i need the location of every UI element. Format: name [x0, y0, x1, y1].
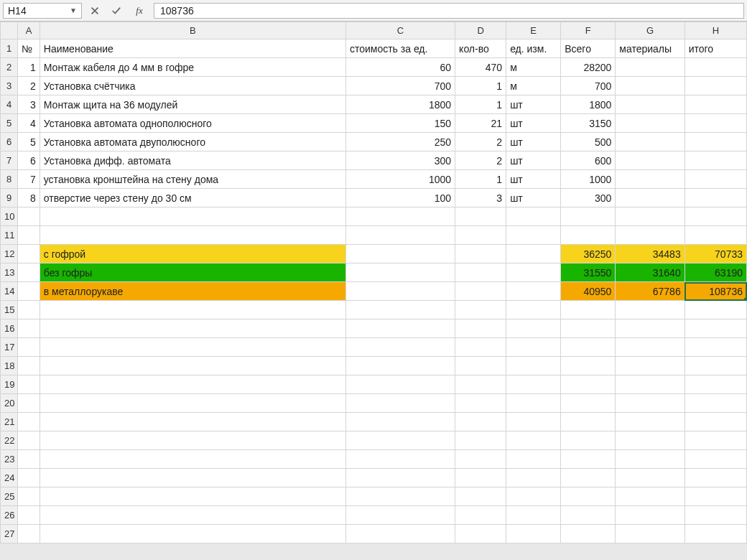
- cell-A-11[interactable]: [18, 226, 40, 245]
- row-header-24[interactable]: 24: [1, 469, 18, 487]
- cell-D-26[interactable]: [455, 506, 506, 525]
- cell-E-23[interactable]: [506, 450, 561, 469]
- cell-C-1[interactable]: стоимость за ед.: [345, 39, 455, 58]
- row-header-10[interactable]: 10: [1, 207, 18, 226]
- cell-E-18[interactable]: [506, 357, 561, 375]
- cell-H-4[interactable]: [685, 95, 746, 114]
- cell-H-8[interactable]: [685, 170, 746, 189]
- cell-A-21[interactable]: [18, 413, 40, 431]
- cell-E-4[interactable]: шт: [506, 95, 561, 114]
- cell-A-12[interactable]: [18, 245, 40, 263]
- cell-B-10[interactable]: [40, 207, 345, 226]
- cell-B-17[interactable]: [40, 338, 345, 357]
- cell-B-5[interactable]: Установка автомата однополюсного: [40, 114, 345, 133]
- cell-F-22[interactable]: [561, 431, 616, 450]
- cell-B-26[interactable]: [40, 506, 345, 525]
- cell-A-17[interactable]: [18, 338, 40, 357]
- row-header-12[interactable]: 12: [1, 245, 18, 263]
- row-header-2[interactable]: 2: [1, 58, 18, 77]
- cell-H-18[interactable]: [685, 357, 746, 375]
- cell-G-2[interactable]: [616, 58, 685, 77]
- cell-F-5[interactable]: 3150: [561, 114, 616, 133]
- cell-H-9[interactable]: [685, 189, 746, 207]
- name-box[interactable]: H14 ▼: [3, 3, 82, 19]
- cell-E-22[interactable]: [506, 431, 561, 450]
- cell-D-11[interactable]: [455, 226, 506, 245]
- col-header-H[interactable]: H: [685, 22, 746, 39]
- cell-D-2[interactable]: 470: [455, 58, 506, 77]
- row-header-8[interactable]: 8: [1, 170, 18, 189]
- cell-A-13[interactable]: [18, 263, 40, 282]
- cell-B-20[interactable]: [40, 394, 345, 413]
- cell-A-2[interactable]: 1: [18, 58, 40, 77]
- cell-B-4[interactable]: Монтаж щита на 36 модулей: [40, 95, 345, 114]
- row-header-6[interactable]: 6: [1, 133, 18, 151]
- cell-C-15[interactable]: [345, 301, 455, 319]
- cell-G-22[interactable]: [616, 431, 685, 450]
- cell-F-20[interactable]: [561, 394, 616, 413]
- cell-A-1[interactable]: №: [18, 39, 40, 58]
- cell-C-26[interactable]: [345, 506, 455, 525]
- cell-B-25[interactable]: [40, 487, 345, 506]
- cell-G-17[interactable]: [616, 338, 685, 357]
- cell-B-24[interactable]: [40, 469, 345, 487]
- cell-C-13[interactable]: [345, 263, 455, 282]
- cell-B-3[interactable]: Установка счётчика: [40, 77, 345, 95]
- cell-E-19[interactable]: [506, 375, 561, 394]
- cell-C-23[interactable]: [345, 450, 455, 469]
- cell-E-21[interactable]: [506, 413, 561, 431]
- cell-H-5[interactable]: [685, 114, 746, 133]
- cell-B-13[interactable]: без гофры: [40, 263, 345, 282]
- cell-F-15[interactable]: [561, 301, 616, 319]
- cell-H-10[interactable]: [685, 207, 746, 226]
- cancel-button[interactable]: [86, 3, 103, 19]
- cell-E-13[interactable]: [506, 263, 561, 282]
- cell-F-7[interactable]: 600: [561, 151, 616, 170]
- cell-B-1[interactable]: Наименование: [40, 39, 345, 58]
- cell-C-16[interactable]: [345, 319, 455, 338]
- cell-A-3[interactable]: 2: [18, 77, 40, 95]
- cell-A-14[interactable]: [18, 282, 40, 301]
- cell-D-14[interactable]: [455, 282, 506, 301]
- cell-H-26[interactable]: [685, 506, 746, 525]
- cell-G-23[interactable]: [616, 450, 685, 469]
- col-header-F[interactable]: F: [561, 22, 616, 39]
- cell-E-10[interactable]: [506, 207, 561, 226]
- cell-D-23[interactable]: [455, 450, 506, 469]
- cell-F-25[interactable]: [561, 487, 616, 506]
- cell-C-18[interactable]: [345, 357, 455, 375]
- cell-A-5[interactable]: 4: [18, 114, 40, 133]
- cell-G-13[interactable]: 31640: [616, 263, 685, 282]
- cell-D-6[interactable]: 2: [455, 133, 506, 151]
- cell-G-11[interactable]: [616, 226, 685, 245]
- cell-C-2[interactable]: 60: [345, 58, 455, 77]
- cell-E-14[interactable]: [506, 282, 561, 301]
- cell-B-14[interactable]: в металлорукаве: [40, 282, 345, 301]
- cell-E-12[interactable]: [506, 245, 561, 263]
- cell-D-19[interactable]: [455, 375, 506, 394]
- cell-A-15[interactable]: [18, 301, 40, 319]
- cell-F-21[interactable]: [561, 413, 616, 431]
- row-header-15[interactable]: 15: [1, 301, 18, 319]
- col-header-A[interactable]: A: [18, 22, 40, 39]
- cell-G-18[interactable]: [616, 357, 685, 375]
- row-header-5[interactable]: 5: [1, 114, 18, 133]
- cell-F-16[interactable]: [561, 319, 616, 338]
- cell-B-23[interactable]: [40, 450, 345, 469]
- row-header-22[interactable]: 22: [1, 431, 18, 450]
- cell-F-17[interactable]: [561, 338, 616, 357]
- cell-A-27[interactable]: [18, 525, 40, 543]
- cell-B-21[interactable]: [40, 413, 345, 431]
- cell-C-14[interactable]: [345, 282, 455, 301]
- cell-H-27[interactable]: [685, 525, 746, 543]
- cell-C-7[interactable]: 300: [345, 151, 455, 170]
- cell-G-14[interactable]: 67786: [616, 282, 685, 301]
- cell-A-4[interactable]: 3: [18, 95, 40, 114]
- cell-A-22[interactable]: [18, 431, 40, 450]
- row-header-17[interactable]: 17: [1, 338, 18, 357]
- cell-E-25[interactable]: [506, 487, 561, 506]
- cell-F-12[interactable]: 36250: [561, 245, 616, 263]
- cell-D-8[interactable]: 1: [455, 170, 506, 189]
- cell-C-20[interactable]: [345, 394, 455, 413]
- row-header-9[interactable]: 9: [1, 189, 18, 207]
